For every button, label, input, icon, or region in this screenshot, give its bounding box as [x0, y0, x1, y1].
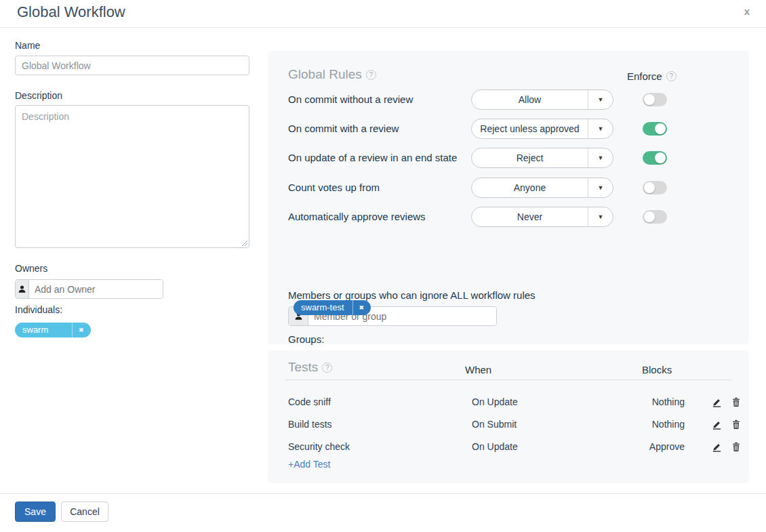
test-when: On Submit — [472, 413, 517, 436]
global-rules-title: Global Rules? — [288, 67, 376, 82]
rule-row: On update of a review in an end state Re… — [268, 148, 749, 168]
toggle-knob — [655, 152, 666, 163]
edit-icon[interactable] — [712, 397, 722, 407]
when-column-header: When — [465, 364, 491, 375]
test-name: Build tests — [288, 413, 332, 436]
rule-label: On commit with a review — [288, 119, 399, 139]
blocks-column-header: Blocks — [642, 364, 672, 375]
rule-select[interactable]: Allow ▼ — [471, 89, 613, 110]
caret-down-icon[interactable]: ▼ — [588, 207, 613, 226]
individual-tag-label: swarm — [15, 323, 72, 337]
toggle-knob — [644, 94, 655, 105]
caret-down-icon[interactable]: ▼ — [588, 90, 613, 109]
test-when: On Update — [472, 391, 518, 413]
rule-row: Count votes up from Anyone ▼ — [268, 178, 749, 198]
global-workflow-dialog: Global Workflow x Name Description Owner… — [0, 0, 766, 532]
add-test-link[interactable]: +Add Test — [288, 459, 330, 470]
enforce-toggle[interactable] — [643, 151, 667, 165]
group-tag: swarm-test ✖ — [294, 300, 371, 315]
name-input[interactable] — [15, 56, 249, 75]
rule-row: On commit with a review Reject unless ap… — [268, 119, 749, 139]
rule-select-value: Reject unless approved — [472, 123, 588, 134]
help-icon[interactable]: ? — [366, 70, 376, 80]
individual-tag: swarm ✖ — [15, 323, 91, 337]
test-when: On Update — [472, 436, 518, 458]
person-icon — [16, 280, 29, 298]
test-name: Security check — [288, 436, 350, 458]
caret-down-icon[interactable]: ▼ — [588, 148, 613, 167]
description-label: Description — [15, 90, 62, 101]
rule-label: Count votes up from — [288, 178, 380, 198]
tests-title-text: Tests — [288, 360, 318, 374]
page-title: Global Workflow — [17, 3, 125, 21]
rule-row: On commit without a review Allow ▼ — [268, 89, 749, 110]
close-icon[interactable]: x — [744, 5, 750, 18]
description-field-wrap — [15, 105, 249, 248]
group-tag-label: swarm-test — [294, 300, 352, 315]
caret-down-icon[interactable]: ▼ — [588, 119, 613, 138]
rule-label: On update of a review in an end state — [288, 148, 457, 168]
footer-divider — [0, 493, 766, 494]
tests-header-divider — [285, 380, 732, 380]
help-icon[interactable]: ? — [666, 71, 677, 81]
rule-select-value: Anyone — [472, 182, 588, 193]
rule-label: Automatically approve reviews — [288, 207, 426, 227]
add-owner-input[interactable] — [29, 280, 163, 298]
edit-icon[interactable] — [712, 442, 722, 452]
tests-panel: Tests? When Blocks Code sniff On Update … — [268, 350, 749, 483]
enforce-toggle[interactable] — [643, 181, 667, 195]
delete-icon[interactable] — [731, 442, 741, 452]
rule-select[interactable]: Reject unless approved ▼ — [471, 119, 613, 139]
rule-row: Automatically approve reviews Never ▼ — [268, 207, 749, 227]
rule-select-value: Reject — [472, 152, 588, 163]
enforce-toggle[interactable] — [643, 210, 667, 224]
toggle-knob — [655, 123, 666, 134]
toggle-knob — [644, 211, 655, 222]
global-rules-panel: Global Rules? Enforce? On commit without… — [268, 51, 749, 344]
rule-label: On commit without a review — [288, 89, 413, 110]
toggle-knob — [644, 182, 655, 193]
test-name: Code sniff — [288, 391, 331, 413]
global-rules-title-text: Global Rules — [288, 67, 362, 81]
enforce-heading: Enforce? — [627, 70, 677, 82]
enforce-toggle[interactable] — [643, 122, 667, 136]
test-blocks: Nothing — [620, 413, 685, 436]
rule-select[interactable]: Reject ▼ — [471, 148, 613, 168]
tests-title: Tests? — [288, 360, 332, 375]
remove-icon[interactable]: ✖ — [72, 323, 91, 337]
owners-label: Owners — [15, 263, 47, 274]
delete-icon[interactable] — [731, 397, 741, 407]
remove-icon[interactable]: ✖ — [352, 300, 371, 315]
groups-label: Groups: — [288, 333, 324, 345]
test-blocks: Approve — [620, 436, 685, 458]
help-icon[interactable]: ? — [322, 363, 332, 373]
cancel-button[interactable]: Cancel — [61, 502, 108, 522]
test-blocks: Nothing — [620, 391, 685, 413]
ignore-rules-label: Members or groups who can ignore ALL wor… — [288, 289, 536, 301]
individuals-label: Individuals: — [15, 304, 62, 315]
test-row: Build tests On Submit Nothing — [268, 413, 749, 436]
test-row: Security check On Update Approve — [268, 436, 749, 458]
rule-select[interactable]: Anyone ▼ — [471, 178, 613, 198]
dialog-header: Global Workflow x — [0, 0, 766, 28]
rule-select-value: Never — [472, 211, 588, 222]
edit-icon[interactable] — [712, 420, 722, 430]
rule-select-value: Allow — [472, 94, 588, 105]
description-textarea[interactable] — [15, 105, 249, 248]
owners-input-group — [15, 279, 163, 299]
rule-select[interactable]: Never ▼ — [471, 207, 613, 227]
caret-down-icon[interactable]: ▼ — [588, 178, 613, 197]
name-label: Name — [15, 40, 40, 51]
enforce-heading-text: Enforce — [627, 70, 662, 82]
save-button[interactable]: Save — [15, 502, 56, 522]
test-row: Code sniff On Update Nothing — [268, 391, 749, 413]
enforce-toggle[interactable] — [643, 93, 667, 106]
delete-icon[interactable] — [731, 420, 741, 430]
